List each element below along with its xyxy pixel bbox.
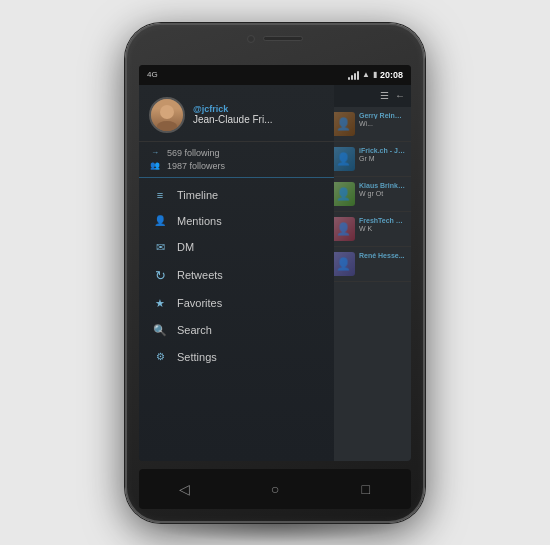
following-icon: → [149,148,161,157]
back-nav-icon: ◁ [179,481,190,497]
tweet-item[interactable]: 👤 iFrick.ch - JC... Gr M [326,142,411,177]
wifi-icon: ▲ [362,70,370,79]
time-display: 20:08 [380,70,403,80]
tweet-item[interactable]: 👤 Gerry Reinha... Wi... [326,107,411,142]
signal-bar-2 [351,75,353,80]
menu-items: ≡ Timeline 👤 Mentions ✉ DM ↻ [139,178,334,461]
tweet-text-1: Wi... [359,119,406,128]
display-name: Jean-Claude Fri... [193,114,324,125]
avatar-face-4: 👤 [331,217,355,241]
signal-bars [348,70,359,80]
drawer-header: @jcfrick Jean-Claude Fri... [139,85,334,142]
timeline-icon: ≡ [153,189,167,201]
dm-label: DM [177,241,194,253]
tweet-user-2: iFrick.ch - JC... [359,147,406,154]
retweets-label: Retweets [177,269,223,281]
battery-icon: ▮ [373,70,377,79]
settings-label: Settings [177,351,217,363]
tweet-avatar-1: 👤 [331,112,355,136]
tweet-avatar-2: 👤 [331,147,355,171]
carrier-label: 4G [147,70,158,79]
retweets-icon: ↻ [153,268,167,283]
tweet-list: 👤 Gerry Reinha... Wi... 👤 iFri [326,107,411,282]
status-right: ▲ ▮ 20:08 [348,70,403,80]
user-info: @jcfrick Jean-Claude Fri... [193,104,324,125]
favorites-label: Favorites [177,297,222,309]
back-icon-tl: ← [395,90,405,101]
signal-bar-4 [357,71,359,80]
menu-item-timeline[interactable]: ≡ Timeline [139,182,334,208]
followers-stat[interactable]: 👥 1987 followers [149,161,324,171]
screen: 4G ▲ ▮ 20:08 [139,65,411,461]
search-label: Search [177,324,212,336]
tweet-content-2: iFrick.ch - JC... Gr M [359,147,406,163]
home-button[interactable]: ○ [259,473,291,505]
menu-item-search[interactable]: 🔍 Search [139,317,334,344]
tweet-user-1: Gerry Reinha... [359,112,406,119]
tweet-content-5: René Hesse... [359,252,406,259]
tweet-avatar-3: 👤 [331,182,355,206]
tweet-text-4: W K [359,224,406,233]
tweet-item[interactable]: 👤 FreshTech @... W K [326,212,411,247]
earpiece-speaker [263,36,303,41]
following-stat[interactable]: → 569 following [149,148,324,158]
back-button[interactable]: ◁ [168,473,200,505]
avatar-face-2: 👤 [331,147,355,171]
mentions-icon: 👤 [153,215,167,226]
menu-item-settings[interactable]: ⚙ Settings [139,344,334,370]
signal-bar-1 [348,77,350,80]
drawer-menu: @jcfrick Jean-Claude Fri... → 569 follow… [139,85,334,461]
home-nav-icon: ○ [271,481,279,497]
tweet-text-3: W gr Ot [359,189,406,198]
dm-icon: ✉ [153,241,167,254]
tweet-text-2: Gr M [359,154,406,163]
search-icon: 🔍 [153,324,167,337]
user-avatar[interactable] [149,97,185,133]
menu-item-dm[interactable]: ✉ DM [139,234,334,261]
tweet-item[interactable]: 👤 Klaus Brinkbi... W gr Ot [326,177,411,212]
timeline-panel: ☰ ← 👤 Gerry Reinha... Wi... [326,85,411,461]
tweet-avatar-4: 👤 [331,217,355,241]
recents-nav-icon: □ [361,481,369,497]
tweet-avatar-5: 👤 [331,252,355,276]
recents-button[interactable]: □ [350,473,382,505]
menu-item-mentions[interactable]: 👤 Mentions [139,208,334,234]
settings-icon: ⚙ [153,351,167,362]
avatar-face-5: 👤 [331,252,355,276]
status-left: 4G [147,70,158,79]
tweet-user-4: FreshTech @... [359,217,406,224]
avatar-face-1: 👤 [331,112,355,136]
tweet-item[interactable]: 👤 René Hesse... [326,247,411,282]
mentions-label: Mentions [177,215,222,227]
avatar-face [151,99,183,131]
timeline-label: Timeline [177,189,218,201]
tweet-user-3: Klaus Brinkbi... [359,182,406,189]
username: @jcfrick [193,104,324,114]
stats-row: → 569 following 👥 1987 followers [139,142,334,178]
tweet-user-5: René Hesse... [359,252,406,259]
nav-bar: ◁ ○ □ [139,469,411,509]
signal-bar-3 [354,73,356,80]
phone-wrapper: 4G ▲ ▮ 20:08 [125,23,425,523]
followers-count: 1987 followers [167,161,225,171]
tweet-content-3: Klaus Brinkbi... W gr Ot [359,182,406,198]
phone-top-bar [247,35,303,43]
phone-body: 4G ▲ ▮ 20:08 [125,23,425,523]
menu-icon-tl: ☰ [380,90,389,101]
tweet-content-1: Gerry Reinha... Wi... [359,112,406,128]
favorites-icon: ★ [153,297,167,310]
avatar-face-3: 👤 [331,182,355,206]
menu-item-retweets[interactable]: ↻ Retweets [139,261,334,290]
tweet-content-4: FreshTech @... W K [359,217,406,233]
following-count: 569 following [167,148,220,158]
timeline-header: ☰ ← [326,85,411,107]
followers-icon: 👥 [149,161,161,170]
front-camera [247,35,255,43]
menu-item-favorites[interactable]: ★ Favorites [139,290,334,317]
status-bar: 4G ▲ ▮ 20:08 [139,65,411,85]
